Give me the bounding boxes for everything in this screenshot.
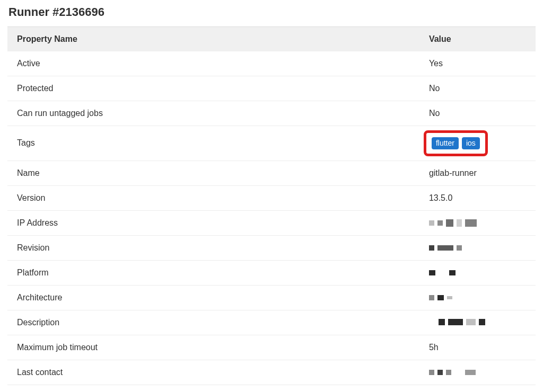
prop-label: Maximum job timeout xyxy=(7,335,419,360)
prop-value-redacted xyxy=(419,235,536,260)
redacted-text xyxy=(429,219,477,227)
prop-label: Name xyxy=(7,161,419,185)
table-row: IP Address xyxy=(7,210,536,235)
prop-value: 13.5.0 xyxy=(419,185,536,210)
prop-label: Architecture xyxy=(7,285,419,310)
prop-label: Active xyxy=(7,51,419,76)
table-row: Architecture xyxy=(7,285,536,310)
redacted-text xyxy=(429,245,462,251)
prop-label: Platform xyxy=(7,260,419,285)
prop-value-redacted xyxy=(419,260,536,285)
table-row: Version 13.5.0 xyxy=(7,185,536,210)
redacted-text xyxy=(439,319,485,325)
prop-value-redacted xyxy=(419,360,536,385)
table-row: Name gitlab-runner xyxy=(7,161,536,185)
table-row: Tags flutter ios xyxy=(7,126,536,161)
prop-value-redacted xyxy=(419,310,536,335)
prop-label: Revision xyxy=(7,235,419,260)
table-row: Platform xyxy=(7,260,536,285)
table-row: Can run untagged jobs No xyxy=(7,101,536,126)
prop-label: Can run untagged jobs xyxy=(7,101,419,126)
redacted-text xyxy=(429,270,456,275)
table-header-row: Property Name Value xyxy=(7,27,536,52)
table-row: Protected No xyxy=(7,76,536,101)
table-row: Description xyxy=(7,310,536,335)
prop-value: gitlab-runner xyxy=(419,161,536,185)
prop-label: Tags xyxy=(7,126,419,161)
prop-value: No xyxy=(419,101,536,126)
prop-value: 5h xyxy=(419,335,536,360)
header-property: Property Name xyxy=(7,27,419,52)
tag-badge[interactable]: ios xyxy=(462,137,480,149)
prop-label: Version xyxy=(7,185,419,210)
header-value: Value xyxy=(419,27,536,52)
page-title: Runner #2136696 xyxy=(7,5,536,19)
table-row: Active Yes xyxy=(7,51,536,76)
table-row: Revision xyxy=(7,235,536,260)
tag-badge[interactable]: flutter xyxy=(432,137,459,149)
prop-value-redacted xyxy=(419,285,536,310)
prop-label: Description xyxy=(7,310,419,335)
prop-label: IP Address xyxy=(7,210,419,235)
redacted-text xyxy=(429,295,452,300)
prop-value-redacted xyxy=(419,210,536,235)
prop-label: Protected xyxy=(7,76,419,101)
table-row: Last contact xyxy=(7,360,536,385)
tags-highlight-box: flutter ios xyxy=(424,130,488,156)
redacted-text xyxy=(429,370,476,375)
table-row: Maximum job timeout 5h xyxy=(7,335,536,360)
prop-value-tags: flutter ios xyxy=(419,126,536,161)
prop-label: Last contact xyxy=(7,360,419,385)
prop-value: No xyxy=(419,76,536,101)
runner-properties-table: Property Name Value Active Yes Protected… xyxy=(7,26,536,385)
prop-value: Yes xyxy=(419,51,536,76)
